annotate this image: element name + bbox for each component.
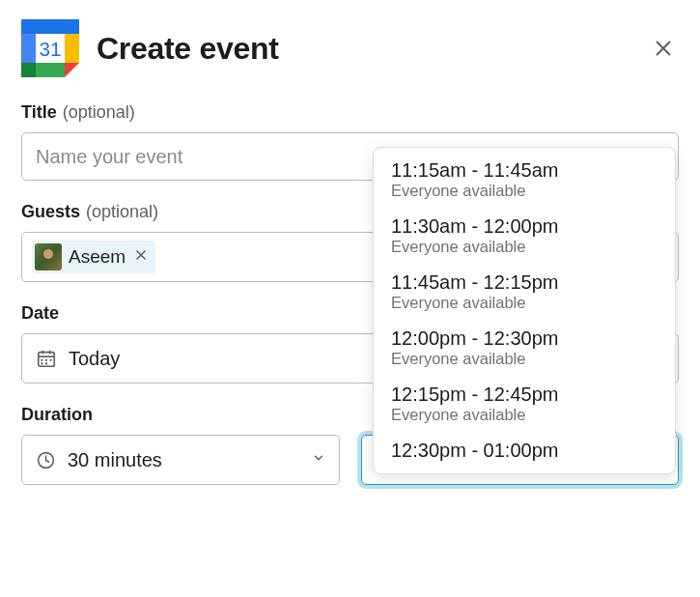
duration-label: Duration [21,405,340,425]
time-option-range: 11:30am - 12:00pm [391,215,658,238]
title-optional: (optional) [63,102,135,123]
time-option-availability: Everyone available [391,350,658,368]
dialog-title: Create event [97,31,279,67]
date-label-text: Date [21,303,59,324]
guest-chip[interactable]: Aseem [32,241,155,273]
dialog-header: 31 Create event [21,19,679,77]
svg-text:31: 31 [40,38,62,60]
svg-rect-1 [21,19,36,34]
time-option[interactable]: 11:15am - 11:45am Everyone available [374,152,675,208]
duration-field: Duration 30 minutes [21,405,340,485]
time-option-range: 11:45am - 12:15pm [391,271,658,294]
svg-rect-5 [36,63,65,77]
time-option-availability: Everyone available [391,182,658,200]
title-label: Title (optional) [21,102,679,123]
duration-label-text: Duration [21,405,93,425]
time-option-range: 12:30pm - 01:00pm [391,440,658,462]
guests-optional: (optional) [86,202,158,222]
svg-rect-2 [36,19,65,34]
time-option[interactable]: 12:15pm - 12:45pm Everyone available [374,376,675,432]
guest-name: Aseem [69,246,126,268]
remove-guest-button[interactable] [132,247,150,267]
clock-icon [36,450,56,470]
time-option[interactable]: 11:30am - 12:00pm Everyone available [374,208,675,264]
google-calendar-icon: 31 [21,19,79,77]
header-left: 31 Create event [21,19,279,77]
close-icon [134,248,148,262]
svg-rect-3 [65,19,79,34]
svg-rect-4 [65,34,79,63]
duration-select[interactable]: 30 minutes [21,435,340,485]
duration-value: 30 minutes [68,449,300,471]
chevron-down-icon [312,451,325,469]
time-option-range: 11:15am - 11:45am [391,159,658,182]
time-option-availability: Everyone available [391,406,658,424]
title-label-text: Title [21,102,57,123]
svg-rect-7 [21,63,36,77]
time-option[interactable]: 11:45am - 12:15pm Everyone available [374,264,675,320]
time-option[interactable]: 12:30pm - 01:00pm [374,432,675,469]
time-option-availability: Everyone available [391,294,658,312]
time-option-range: 12:15pm - 12:45pm [391,384,658,406]
guests-label-text: Guests [21,202,80,222]
time-option-range: 12:00pm - 12:30pm [391,327,658,350]
time-dropdown: 11:15am - 11:45am Everyone available 11:… [373,147,676,474]
close-button[interactable] [648,33,679,64]
svg-rect-6 [21,34,36,63]
close-icon [653,38,674,59]
avatar [35,243,62,270]
time-option-availability: Everyone available [391,238,658,256]
calendar-icon [36,348,57,369]
time-option[interactable]: 12:00pm - 12:30pm Everyone available [374,320,675,376]
